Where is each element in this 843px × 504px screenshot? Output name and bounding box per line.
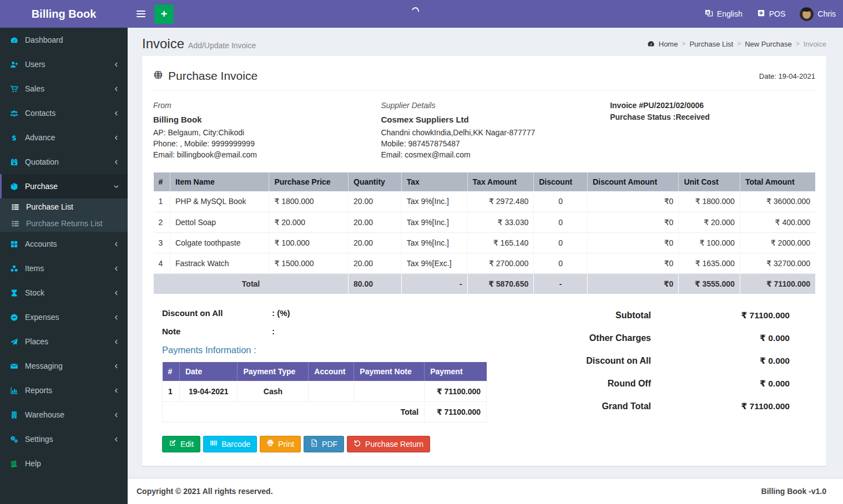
sidebar-item-label: Users xyxy=(25,60,46,69)
supplier-heading: Supplier Details xyxy=(381,100,610,111)
chevron-left-icon xyxy=(113,412,119,418)
sidebar-item-purchase[interactable]: Purchase xyxy=(0,174,128,198)
sidebar-item-label: Items xyxy=(25,264,44,273)
barcode-button[interactable]: Barcode xyxy=(203,436,257,452)
items-table-header-row: # Item Name Purchase Price Quantity Tax … xyxy=(154,172,816,191)
sidebar-item-label: Purchase xyxy=(25,182,58,191)
calendar-plus-icon xyxy=(8,158,19,166)
sidebar-item-dashboard[interactable]: Dashboard xyxy=(0,28,128,52)
gears-icon xyxy=(8,435,19,444)
file-pdf-icon xyxy=(310,439,318,449)
sidebar-item-users[interactable]: Users xyxy=(0,52,128,77)
printer-icon xyxy=(266,439,274,449)
sidebar-item-contacts[interactable]: Contacts xyxy=(0,101,128,125)
sidebar-item-accounts[interactable]: Accounts xyxy=(0,232,128,256)
col-header-discount-amount: Discount Amount xyxy=(587,172,679,191)
chevron-left-icon xyxy=(113,266,119,272)
sidebar-item-advance[interactable]: $ Advance xyxy=(0,125,128,150)
book-icon xyxy=(8,460,19,468)
edit-button[interactable]: Edit xyxy=(162,436,200,452)
bar-chart-icon xyxy=(8,386,19,395)
sidebar-item-reports[interactable]: Reports xyxy=(0,378,128,403)
sidebar-item-messaging[interactable]: Messaging xyxy=(0,354,128,378)
breadcrumb-separator: > xyxy=(737,40,741,48)
sidebar-item-label: Advance xyxy=(25,133,55,142)
col-header-discount: Discount xyxy=(534,172,588,191)
chevron-left-icon xyxy=(113,110,119,116)
sidebar-toggle-button[interactable] xyxy=(128,0,154,28)
language-menu[interactable]: A English xyxy=(698,0,750,28)
invoice-actions: Edit Barcode Print PDF xyxy=(162,436,511,452)
summary-other-charges: Other Charges ₹ 0.000 xyxy=(511,333,790,343)
chevron-left-icon xyxy=(113,241,119,247)
plus-square-icon xyxy=(757,9,765,19)
breadcrumb-separator: > xyxy=(796,40,800,48)
from-heading: From xyxy=(153,100,381,111)
sidebar-item-label: Reports xyxy=(25,386,52,395)
invoice-date: Date: 19-04-2021 xyxy=(759,72,815,80)
invoice-info-row: From Billing Book AP: Belgaum, City:Chik… xyxy=(153,91,815,168)
sidebar-item-help[interactable]: Help xyxy=(0,451,128,476)
payments-total-amount: ₹ 71100.000 xyxy=(425,401,487,422)
list-icon xyxy=(11,220,21,228)
col-header-unit-cost: Unit Cost xyxy=(679,172,740,191)
page-title: InvoiceAdd/Update Invoice xyxy=(142,36,256,52)
cubes-icon xyxy=(8,264,19,273)
invoice-card: Purchase Invoice Date: 19-04-2021 From B… xyxy=(142,56,826,466)
sidebar-item-purchase-list[interactable]: Purchase List xyxy=(0,198,128,215)
pos-button[interactable]: POS xyxy=(750,0,793,28)
chevron-left-icon xyxy=(113,62,119,68)
sidebar-item-warehouse[interactable]: Warehouse xyxy=(0,403,128,427)
sidebar-item-stock[interactable]: Stock xyxy=(0,281,128,305)
sidebar-item-label: Stock xyxy=(25,288,44,297)
pay-col-account: Account xyxy=(309,362,354,381)
chevron-left-icon xyxy=(113,363,119,369)
breadcrumb-new-purchase[interactable]: New Purchase xyxy=(745,40,792,48)
chevron-left-icon xyxy=(113,388,119,394)
loading-spinner-icon xyxy=(411,6,421,16)
language-label: English xyxy=(717,9,743,18)
breadcrumb-home[interactable]: Home xyxy=(659,40,678,48)
chevron-left-icon xyxy=(113,290,119,296)
invoice-lower-section: Discount on All : (%) Note : Payments In… xyxy=(153,305,815,452)
supplier-name: Cosmex Suppliers Ltd xyxy=(381,114,610,125)
paper-plane-icon xyxy=(8,338,19,346)
top-header: Billing Book + A English POS Chris xyxy=(0,0,843,28)
invoice-card-header: Purchase Invoice Date: 19-04-2021 xyxy=(153,66,815,91)
sidebar-item-settings[interactable]: Settings xyxy=(0,427,128,451)
envelope-icon xyxy=(8,362,19,370)
quick-add-button[interactable]: + xyxy=(154,4,174,24)
cube-icon xyxy=(8,182,19,191)
from-block: From Billing Book AP: Belgaum, City:Chik… xyxy=(153,100,381,160)
user-menu[interactable]: Chris xyxy=(792,0,843,28)
pdf-button[interactable]: PDF xyxy=(304,436,344,452)
svg-text:A: A xyxy=(706,10,709,15)
note-value: : xyxy=(272,327,275,336)
pay-col-date: Date xyxy=(179,362,238,381)
purchase-return-button[interactable]: Purchase Return xyxy=(347,436,430,452)
chevron-left-icon xyxy=(113,314,119,320)
sidebar-item-label: Sales xyxy=(25,84,44,93)
building-icon xyxy=(8,411,19,419)
col-header-quantity: Quantity xyxy=(349,172,402,191)
payments-heading: Payments Information : xyxy=(162,345,511,355)
sidebar-item-quotation[interactable]: Quotation xyxy=(0,150,128,174)
sidebar-item-label: Warehouse xyxy=(25,410,64,419)
sidebar-item-sales[interactable]: Sales xyxy=(0,77,128,101)
app-logo[interactable]: Billing Book xyxy=(0,0,128,28)
sidebar-item-expenses[interactable]: Expenses xyxy=(0,305,128,329)
sidebar-item-purchase-returns-list[interactable]: Purchase Returns List xyxy=(0,215,128,232)
sidebar-item-label: Dashboard xyxy=(25,35,63,44)
sidebar-item-label: Help xyxy=(25,459,41,468)
sidebar-item-places[interactable]: Places xyxy=(0,329,128,354)
pencil-square-icon xyxy=(169,439,176,449)
sidebar-subitem-label: Purchase List xyxy=(26,202,73,211)
breadcrumb-purchase-list[interactable]: Purchase List xyxy=(689,40,733,48)
language-icon: A xyxy=(705,9,713,19)
pay-col-type: Payment Type xyxy=(238,362,309,381)
page-subtitle: Add/Update Invoice xyxy=(188,41,256,50)
globe-icon xyxy=(153,69,163,83)
print-button[interactable]: Print xyxy=(260,436,301,452)
table-row: 3 Colgate toothpaste ₹ 100.000 20.00 Tax… xyxy=(154,232,816,253)
sidebar-item-items[interactable]: Items xyxy=(0,256,128,281)
